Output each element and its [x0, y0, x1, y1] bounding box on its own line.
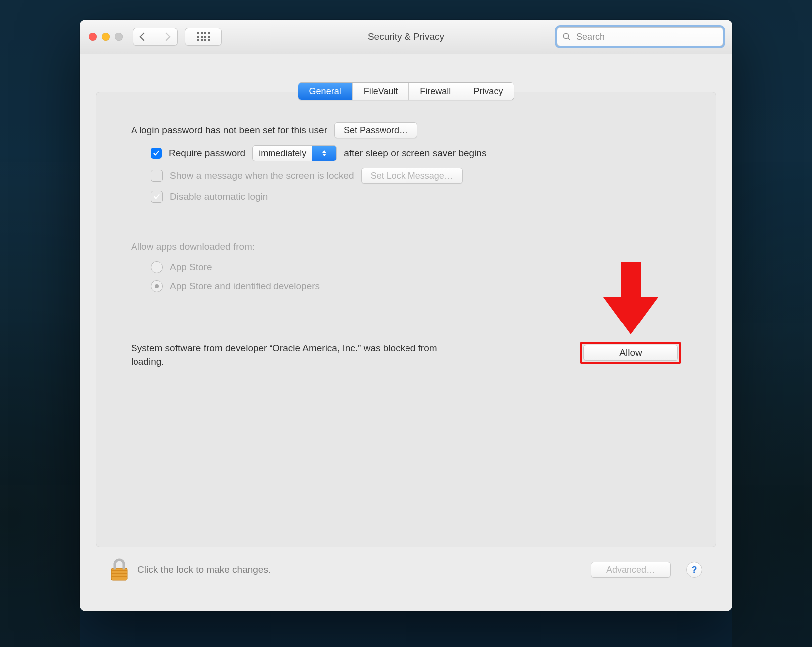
allow-apps-store-radio — [151, 261, 163, 273]
tab-general[interactable]: General — [298, 83, 353, 100]
disable-auto-login-row: Disable automatic login — [131, 191, 681, 203]
require-password-row: Require password immediately after sleep… — [131, 145, 681, 161]
set-lock-message-button: Set Lock Message… — [361, 168, 463, 184]
set-password-button[interactable]: Set Password… — [334, 122, 417, 138]
annotation-highlight: Allow — [580, 342, 681, 364]
allow-apps-store-label: App Store — [170, 262, 212, 273]
forward-button — [155, 28, 178, 46]
advanced-button[interactable]: Advanced… — [591, 562, 671, 578]
window-body: General FileVault Firewall Privacy A log… — [80, 54, 732, 611]
blocked-software-message: System software from developer “Oracle A… — [131, 342, 445, 368]
zoom-icon — [115, 33, 123, 41]
allow-apps-identified-radio — [151, 280, 163, 292]
svg-point-0 — [563, 33, 569, 39]
desktop-background: Security & Privacy General FileVault Fir… — [0, 0, 812, 647]
check-icon — [153, 193, 160, 200]
lock-hint-text: Click the lock to make changes. — [137, 564, 271, 575]
window-footer: Click the lock to make changes. Advanced… — [96, 547, 716, 601]
lock-icon[interactable] — [110, 558, 129, 581]
allow-button-wrapper: Allow — [580, 342, 681, 364]
grid-icon — [197, 32, 210, 41]
svg-rect-5 — [111, 576, 127, 577]
window-controls — [89, 33, 123, 41]
chevron-left-icon — [140, 33, 148, 41]
preferences-window: Security & Privacy General FileVault Fir… — [80, 20, 732, 611]
tab-filevault[interactable]: FileVault — [353, 83, 409, 100]
show-message-checkbox — [151, 170, 163, 182]
search-field[interactable] — [557, 27, 723, 46]
allow-button[interactable]: Allow — [583, 345, 678, 361]
stepper-icon — [312, 146, 336, 161]
allow-apps-store-row: App Store — [131, 261, 681, 273]
tab-firewall[interactable]: Firewall — [409, 83, 462, 100]
allow-apps-header-row: Allow apps downloaded from: — [131, 241, 681, 252]
require-password-delay-popup[interactable]: immediately — [252, 145, 337, 161]
tab-privacy[interactable]: Privacy — [462, 83, 514, 100]
show-message-row: Show a message when the screen is locked… — [131, 168, 681, 184]
tab-bar: General FileVault Firewall Privacy — [298, 82, 515, 100]
close-icon[interactable] — [89, 33, 97, 41]
show-message-label: Show a message when the screen is locked — [170, 170, 354, 181]
check-icon — [153, 150, 160, 157]
allow-apps-header: Allow apps downloaded from: — [131, 241, 255, 252]
chevron-right-icon — [162, 33, 171, 41]
general-panel: A login password has not been set for th… — [96, 92, 716, 547]
window-toolbar: Security & Privacy — [80, 20, 732, 54]
minimize-icon[interactable] — [102, 33, 110, 41]
show-all-button[interactable] — [185, 28, 222, 46]
annotation-arrow-icon — [603, 262, 658, 337]
svg-rect-4 — [111, 573, 127, 574]
require-password-delay-value: immediately — [253, 148, 312, 159]
allow-apps-identified-label: App Store and identified developers — [170, 281, 320, 292]
search-input[interactable] — [575, 31, 718, 43]
help-button[interactable]: ? — [686, 562, 702, 578]
search-icon — [562, 32, 571, 41]
disable-auto-login-label: Disable automatic login — [170, 191, 268, 202]
allow-apps-identified-row: App Store and identified developers — [131, 280, 681, 292]
require-password-suffix: after sleep or screen saver begins — [344, 148, 486, 159]
section-divider — [96, 226, 716, 226]
svg-rect-3 — [111, 570, 127, 571]
blocked-software-row: System software from developer “Oracle A… — [131, 342, 681, 368]
require-password-label: Require password — [169, 148, 245, 159]
svg-line-1 — [568, 38, 570, 40]
password-unset-text: A login password has not been set for th… — [131, 125, 327, 136]
require-password-checkbox[interactable] — [151, 148, 162, 159]
back-button[interactable] — [133, 28, 155, 46]
password-unset-row: A login password has not been set for th… — [131, 122, 681, 138]
disable-auto-login-checkbox — [151, 191, 163, 203]
nav-segment — [133, 28, 178, 46]
